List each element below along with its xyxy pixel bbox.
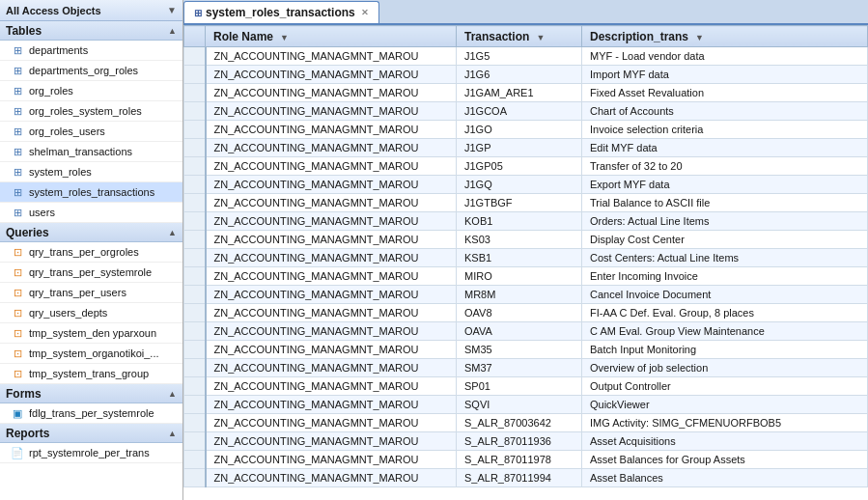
table-row[interactable]: ZN_ACCOUNTING_MANAGMNT_MAROUJ1GCOAChart … (184, 102, 868, 121)
cell-transaction: S_ALR_87011978 (457, 451, 582, 469)
queries-collapse-icon: ▲ (168, 228, 177, 237)
row-selector (184, 231, 206, 249)
sidebar-item-system-roles[interactable]: ⊞ system_roles (0, 162, 182, 182)
sidebar-item-label: rpt_systemrole_per_trans (29, 447, 150, 458)
table-row[interactable]: ZN_ACCOUNTING_MANAGMNT_MAROUJ1GP05Transf… (184, 157, 868, 176)
section-tables[interactable]: Tables ▲ (0, 21, 182, 41)
table-row[interactable]: ZN_ACCOUNTING_MANAGMNT_MAROUKS03Display … (184, 231, 868, 249)
table-row[interactable]: ZN_ACCOUNTING_MANAGMNT_MAROUJ1GTBGFTrial… (184, 194, 868, 212)
table-row[interactable]: ZN_ACCOUNTING_MANAGMNT_MAROUS_ALR_870119… (184, 432, 868, 451)
sidebar-item-label: users (29, 207, 55, 218)
sidebar-dropdown-icon[interactable]: ▼ (167, 5, 177, 15)
sidebar-item-departments[interactable]: ⊞ departments (0, 41, 182, 61)
section-reports[interactable]: Reports ▲ (0, 424, 182, 443)
cell-transaction: J1GCOA (457, 102, 582, 121)
sidebar-title: All Access Objects (6, 5, 101, 16)
sidebar-item-label: qry_trans_per_systemrole (29, 266, 152, 278)
row-selector (184, 304, 206, 322)
cell-transaction: OAVA (457, 322, 582, 341)
table-row[interactable]: ZN_ACCOUNTING_MANAGMNT_MAROUJ1GQExport M… (184, 176, 868, 194)
section-forms[interactable]: Forms ▲ (0, 384, 182, 403)
sidebar-item-tmp-system-organotikoi[interactable]: ⊡ tmp_system_organotikoi_... (0, 344, 182, 364)
row-selector (184, 359, 206, 377)
table-row[interactable]: ZN_ACCOUNTING_MANAGMNT_MAROUSP01Output C… (184, 377, 868, 396)
table-row[interactable]: ZN_ACCOUNTING_MANAGMNT_MAROUJ1GPEdit MYF… (184, 139, 868, 157)
tab-label: system_roles_transactions (206, 6, 355, 19)
cell-role-name: ZN_ACCOUNTING_MANAGMNT_MAROU (206, 121, 457, 139)
table-icon: ⊞ (10, 185, 25, 199)
cell-description: Asset Balances (582, 469, 868, 487)
row-selector (184, 121, 206, 139)
cell-description: Asset Balances for Group Assets (582, 451, 868, 469)
sidebar-item-org-roles-users[interactable]: ⊞ org_roles_users (0, 122, 182, 142)
sidebar-item-qry-trans-per-users[interactable]: ⊡ qry_trans_per_users (0, 283, 182, 303)
sidebar-item-label: system_roles (29, 166, 92, 178)
sidebar-item-tmp-system-den-yparxoun[interactable]: ⊡ tmp_system_den yparxoun (0, 323, 182, 344)
cell-description: Cost Centers: Actual Line Items (582, 249, 868, 267)
table-icon: ⊞ (10, 64, 25, 77)
table-row[interactable]: ZN_ACCOUNTING_MANAGMNT_MAROUOAV8FI-AA C … (184, 304, 868, 322)
cell-description: IMG Activity: SIMG_CFMENUORFBOB5 (582, 414, 868, 432)
table-icon: ⊞ (10, 145, 25, 158)
sidebar-item-qry-trans-per-systemrole[interactable]: ⊡ qry_trans_per_systemrole (0, 263, 182, 283)
sidebar-item-users[interactable]: ⊞ users (0, 203, 182, 223)
tab-system-roles-transactions[interactable]: ⊞ system_roles_transactions ✕ (183, 1, 379, 23)
cell-role-name: ZN_ACCOUNTING_MANAGMNT_MAROU (206, 359, 457, 377)
sidebar-item-tmp-system-trans-group[interactable]: ⊡ tmp_system_trans_group (0, 364, 182, 384)
col-description[interactable]: Description_trans ▼ (582, 26, 868, 47)
sidebar-item-qry-trans-per-orgroles[interactable]: ⊡ qry_trans_per_orgroles (0, 242, 182, 263)
table-row[interactable]: ZN_ACCOUNTING_MANAGMNT_MAROUSQVIQuickVie… (184, 396, 868, 414)
sidebar-item-system-roles-transactions[interactable]: ⊞ system_roles_transactions (0, 182, 182, 203)
sidebar-item-departments-org-roles[interactable]: ⊞ departments_org_roles (0, 61, 182, 81)
table-row[interactable]: ZN_ACCOUNTING_MANAGMNT_MAROUOAVAC AM Eva… (184, 322, 868, 341)
table-row[interactable]: ZN_ACCOUNTING_MANAGMNT_MAROUMIROEnter In… (184, 267, 868, 286)
section-queries[interactable]: Queries ▲ (0, 223, 182, 242)
cell-description: C AM Eval. Group View Maintenance (582, 322, 868, 341)
sidebar-item-fdlg-trans-per-systemrole[interactable]: ▣ fdlg_trans_per_systemrole (0, 403, 182, 424)
row-selector (184, 432, 206, 451)
cell-description: Import MYF data (582, 66, 868, 84)
table-row[interactable]: ZN_ACCOUNTING_MANAGMNT_MAROUMR8MCancel I… (184, 286, 868, 304)
sidebar-item-label: org_roles_users (29, 125, 105, 137)
data-table-container: Role Name ▼ Transaction ▼ Description_tr… (183, 25, 868, 500)
table-row[interactable]: ZN_ACCOUNTING_MANAGMNT_MAROUKSB1Cost Cen… (184, 249, 868, 267)
sidebar-item-label: departments (29, 44, 88, 56)
col-role-name[interactable]: Role Name ▼ (206, 26, 457, 47)
table-row[interactable]: ZN_ACCOUNTING_MANAGMNT_MAROUS_ALR_870036… (184, 414, 868, 432)
table-row[interactable]: ZN_ACCOUNTING_MANAGMNT_MAROUJ1GOInvoice … (184, 121, 868, 139)
table-row[interactable]: ZN_ACCOUNTING_MANAGMNT_MAROUSM37Overview… (184, 359, 868, 377)
sidebar-item-org-roles-system-roles[interactable]: ⊞ org_roles_system_roles (0, 101, 182, 122)
table-row[interactable]: ZN_ACCOUNTING_MANAGMNT_MAROUS_ALR_870119… (184, 469, 868, 487)
cell-role-name: ZN_ACCOUNTING_MANAGMNT_MAROU (206, 396, 457, 414)
forms-collapse-icon: ▲ (168, 389, 177, 399)
row-selector (184, 84, 206, 102)
sidebar-item-label: org_roles_system_roles (29, 105, 142, 117)
sidebar-item-rpt-systemrole-per-trans[interactable]: 📄 rpt_systemrole_per_trans (0, 443, 182, 463)
queries-list: ⊡ qry_trans_per_orgroles ⊡ qry_trans_per… (0, 242, 182, 384)
sort-trans-icon: ▼ (536, 33, 545, 42)
table-icon: ⊞ (10, 125, 25, 138)
sidebar-item-shelman-transactions[interactable]: ⊞ shelman_transactions (0, 142, 182, 162)
row-selector (184, 212, 206, 231)
cell-role-name: ZN_ACCOUNTING_MANAGMNT_MAROU (206, 451, 457, 469)
cell-role-name: ZN_ACCOUNTING_MANAGMNT_MAROU (206, 249, 457, 267)
tables-list: ⊞ departments ⊞ departments_org_roles ⊞ … (0, 41, 182, 223)
table-row[interactable]: ZN_ACCOUNTING_MANAGMNT_MAROUJ1G6Import M… (184, 66, 868, 84)
cell-description: Cancel Invoice Document (582, 286, 868, 304)
sidebar-item-qry-users-depts[interactable]: ⊡ qry_users_depts (0, 303, 182, 323)
col-transaction[interactable]: Transaction ▼ (457, 26, 582, 47)
sidebar-item-org-roles[interactable]: ⊞ org_roles (0, 81, 182, 101)
table-row[interactable]: ZN_ACCOUNTING_MANAGMNT_MAROUKOB1Orders: … (184, 212, 868, 231)
cell-transaction: SM37 (457, 359, 582, 377)
cell-description: FI-AA C Def. Eval. Group, 8 places (582, 304, 868, 322)
table-row[interactable]: ZN_ACCOUNTING_MANAGMNT_MAROUS_ALR_870119… (184, 451, 868, 469)
row-selector (184, 322, 206, 341)
tab-close-button[interactable]: ✕ (361, 8, 369, 17)
table-row[interactable]: ZN_ACCOUNTING_MANAGMNT_MAROUJ1G5MYF - Lo… (184, 47, 868, 66)
sidebar-item-label: qry_users_depts (29, 307, 107, 319)
table-row[interactable]: ZN_ACCOUNTING_MANAGMNT_MAROUSM35Batch In… (184, 341, 868, 359)
table-row[interactable]: ZN_ACCOUNTING_MANAGMNT_MAROUJ1GAM_ARE1Fi… (184, 84, 868, 102)
table-icon: ⊞ (10, 104, 25, 118)
cell-role-name: ZN_ACCOUNTING_MANAGMNT_MAROU (206, 212, 457, 231)
cell-transaction: SQVI (457, 396, 582, 414)
